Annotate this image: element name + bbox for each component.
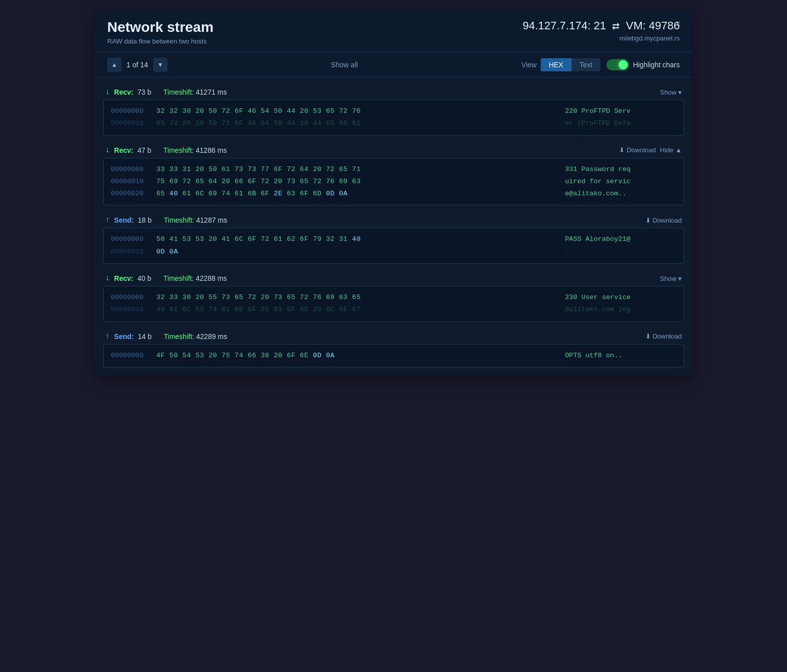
network-stream-window: Network stream RAW data flow between two… — [95, 10, 692, 375]
recv-icon-2: ↓ — [105, 146, 110, 155]
packet-4-body: 00000000 32 33 30 20 55 73 65 72 20 73 6… — [103, 286, 684, 322]
packet-2-header: ↓ Recv: 47 b Timeshift: 41286 ms ⬇ Downl… — [103, 143, 684, 158]
connection-info: 94.127.7.174: 21 ⇄ VM: 49786 — [522, 19, 680, 32]
nav-group: ▲ 1 of 14 ▼ — [107, 58, 167, 72]
hex-row: 00000000 32 32 30 20 50 72 6F 46 54 50 4… — [111, 105, 676, 117]
hex-row: 00000010 65 72 20 28 50 72 6F 46 54 50 4… — [111, 117, 676, 130]
toggle-knob — [619, 60, 628, 69]
title-left: Network stream RAW data flow between two… — [107, 19, 213, 45]
nav-up-button[interactable]: ▲ — [107, 58, 121, 72]
packet-1-size: 73 b — [138, 88, 151, 96]
packet-5-timeshift: Timeshift: 42289 ms — [164, 332, 228, 341]
hex-row: 00000000 33 33 31 20 50 61 73 73 77 6F 7… — [111, 163, 676, 176]
packet-3-timeshift: Timeshift: 41287 ms — [164, 216, 228, 224]
packet-1-header: ↓ Recv: 73 b Timeshift: 41271 ms Show ▾ — [103, 85, 684, 100]
packet-2: ↓ Recv: 47 b Timeshift: 41286 ms ⬇ Downl… — [103, 143, 684, 206]
hex-row: 00000010 75 69 72 65 64 20 66 6F 72 20 7… — [111, 176, 676, 188]
packet-2-download-btn[interactable]: ⬇ Download — [619, 146, 655, 154]
packet-4-size: 40 b — [138, 274, 151, 282]
packet-3-download-btn[interactable]: ⬇ Download — [645, 217, 682, 224]
packet-2-direction: Recv: — [114, 146, 134, 154]
highlight-label: Highlight chars — [633, 61, 680, 69]
show-all-button[interactable]: Show all — [173, 58, 515, 72]
hex-row: 00000010 0D 0A .. — [111, 246, 676, 258]
packet-1-body: 00000000 32 32 30 20 50 72 6F 46 54 50 4… — [103, 100, 684, 136]
hex-row: 00000000 4F 50 54 53 20 75 74 66 38 20 6… — [111, 350, 676, 362]
title-right: 94.127.7.174: 21 ⇄ VM: 49786 milebgd.myc… — [522, 19, 680, 42]
hex-row: 00000010 40 61 6C 69 74 61 6B 6F 2E 63 6… — [111, 304, 676, 316]
packet-4-direction: Recv: — [114, 274, 134, 282]
packet-3: ↑ Send: 18 b Timeshift: 41287 ms ⬇ Downl… — [103, 213, 684, 264]
packet-1-show-btn[interactable]: Show ▾ — [660, 89, 682, 96]
connection-address: 94.127.7.174: 21 — [522, 19, 606, 32]
packet-3-direction: Send: — [114, 216, 134, 224]
packet-1-direction: Recv: — [114, 88, 134, 96]
packet-2-size: 47 b — [138, 146, 151, 154]
packet-2-actions: ⬇ Download Hide ▲ — [619, 146, 682, 154]
packet-5-size: 14 b — [138, 332, 152, 341]
recv-icon-4: ↓ — [105, 274, 110, 283]
packet-5-body: 00000000 4F 50 54 53 20 75 74 66 38 20 6… — [103, 344, 684, 367]
packet-3-header: ↑ Send: 18 b Timeshift: 41287 ms ⬇ Downl… — [103, 213, 684, 228]
packet-4-timeshift: Timeshift: 42288 ms — [163, 274, 227, 282]
nav-down-button[interactable]: ▼ — [153, 58, 167, 72]
hex-row: 00000000 32 33 30 20 55 73 65 72 20 73 6… — [111, 291, 676, 304]
window-title: Network stream — [107, 19, 213, 35]
title-bar: Network stream RAW data flow between two… — [95, 10, 692, 53]
packet-2-hide-btn[interactable]: Hide ▲ — [660, 146, 682, 154]
packet-3-actions: ⬇ Download — [645, 217, 682, 224]
packet-2-timeshift: Timeshift: 41286 ms — [163, 146, 227, 154]
packet-4-header: ↓ Recv: 40 b Timeshift: 42288 ms Show ▾ — [103, 271, 684, 286]
tab-hex[interactable]: HEX — [541, 58, 572, 71]
toolbar: ▲ 1 of 14 ▼ Show all View HEX Text Highl… — [95, 53, 692, 77]
window-subtitle: RAW data flow between two hosts — [107, 37, 213, 45]
packet-4-show-btn[interactable]: Show ▾ — [660, 275, 682, 282]
packet-1: ↓ Recv: 73 b Timeshift: 41271 ms Show ▾ … — [103, 85, 684, 136]
hex-row: 00000000 50 41 53 53 20 41 6C 6F 72 61 6… — [111, 233, 676, 245]
packet-5-header: ↑ Send: 14 b Timeshift: 42289 ms ⬇ Downl… — [103, 329, 684, 344]
view-label: View — [521, 61, 537, 69]
packet-3-body: 00000000 50 41 53 53 20 41 6C 6F 72 61 6… — [103, 228, 684, 264]
view-group: View HEX Text — [521, 58, 601, 71]
packet-5-direction: Send: — [114, 332, 134, 341]
highlight-toggle[interactable] — [606, 59, 629, 70]
send-icon-5: ↑ — [105, 332, 110, 341]
tab-text[interactable]: Text — [572, 58, 601, 71]
close-button[interactable]: ✕ — [672, 17, 684, 29]
packet-1-actions: Show ▾ — [660, 89, 682, 96]
packet-4-actions: Show ▾ — [660, 275, 682, 282]
packet-1-timeshift: Timeshift: 41271 ms — [163, 88, 227, 96]
packet-5-download-btn[interactable]: ⬇ Download — [645, 332, 682, 340]
packet-4: ↓ Recv: 40 b Timeshift: 42288 ms Show ▾ … — [103, 271, 684, 322]
host-info: milebgd.mycpanel.rs — [522, 34, 680, 42]
send-icon-3: ↑ — [105, 216, 110, 225]
packet-3-size: 18 b — [138, 216, 152, 224]
arrows-icon: ⇄ — [612, 21, 620, 31]
packet-5-actions: ⬇ Download — [645, 332, 682, 340]
packet-2-body: 00000000 33 33 31 20 50 61 73 73 77 6F 7… — [103, 158, 684, 206]
hex-row: 00000020 65 40 61 6C 69 74 61 6B 6F 2E 6… — [111, 188, 676, 200]
recv-icon-1: ↓ — [105, 88, 110, 97]
packet-5: ↑ Send: 14 b Timeshift: 42289 ms ⬇ Downl… — [103, 329, 684, 367]
highlight-group: Highlight chars — [606, 59, 680, 70]
nav-position: 1 of 14 — [123, 61, 151, 69]
content-area: ↓ Recv: 73 b Timeshift: 41271 ms Show ▾ … — [95, 85, 692, 375]
view-tabs: HEX Text — [541, 58, 600, 71]
